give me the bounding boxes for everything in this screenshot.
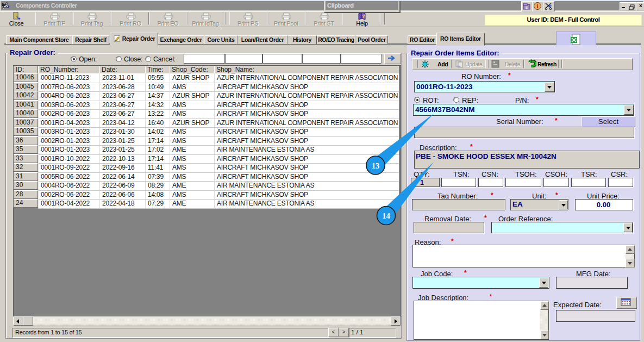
svg-text:13: 13 bbox=[372, 161, 380, 170]
svg-text:14: 14 bbox=[382, 212, 390, 220]
